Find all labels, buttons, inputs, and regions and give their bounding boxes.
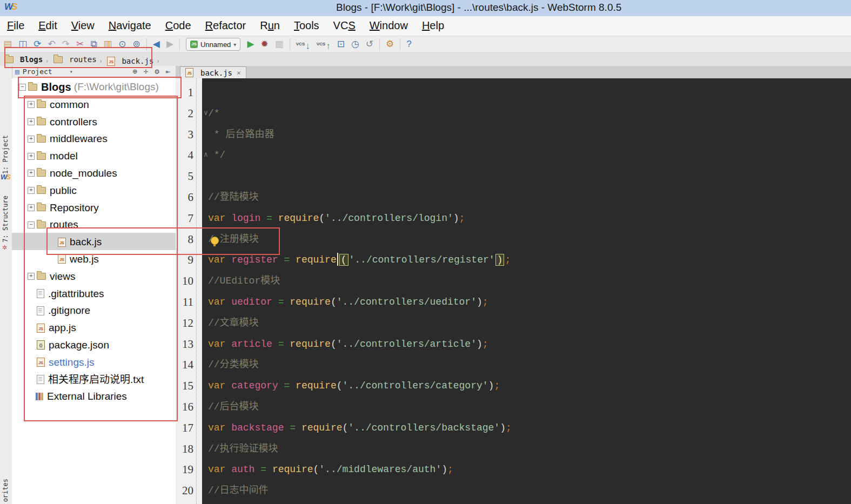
tree-item-middlewares[interactable]: +middlewares — [12, 130, 176, 147]
editor-tab-back-js[interactable]: JS back.js × — [180, 66, 246, 78]
coverage-icon[interactable]: ▦ — [272, 36, 287, 52]
expand-icon[interactable]: + — [28, 153, 35, 160]
chevron-down-icon: ▾ — [233, 42, 236, 48]
help-icon[interactable]: ? — [403, 36, 414, 52]
breadcrumb-label: Blogs — [20, 53, 43, 66]
debug-icon[interactable]: ✹ — [257, 36, 271, 52]
tab-close-icon[interactable]: × — [237, 69, 241, 77]
tree-item-views[interactable]: +views — [12, 267, 176, 285]
undo-icon[interactable]: ↶ — [44, 36, 58, 52]
tree-item-external-libraries[interactable]: External Libraries — [12, 387, 176, 405]
breadcrumb-label: routes — [69, 53, 97, 66]
tree-item-.gitignore[interactable]: .gitignore — [12, 301, 176, 319]
breadcrumb-item-blogs[interactable]: Blogs — [0, 53, 45, 66]
tree-item-settings.js[interactable]: JSsettings.js — [12, 353, 176, 371]
tool-window-tab-favorites[interactable]: orites — [2, 479, 9, 502]
expand-icon[interactable]: + — [28, 136, 35, 143]
locate-icon[interactable]: ⊕ — [129, 67, 140, 76]
expand-icon[interactable]: + — [28, 187, 35, 194]
collapse-icon[interactable]: − — [28, 221, 35, 229]
open-folder-icon[interactable]: ▤ — [0, 36, 15, 52]
folder-icon — [37, 273, 46, 280]
tree-item-blogs[interactable]: −Blogs (F:\Work\git\Blogs) — [12, 78, 176, 96]
menu-item-window[interactable]: Window — [363, 16, 415, 35]
toolbar-separator — [290, 38, 290, 50]
tree-item-common[interactable]: +common — [12, 96, 176, 113]
code-area[interactable]: ∨/* * 后台路由器∧ *///登陆模块var login = require… — [202, 78, 851, 504]
tree-item-model[interactable]: +model — [12, 147, 176, 164]
line-number: 14 — [176, 354, 202, 375]
folder-icon — [53, 56, 63, 63]
tree-item-package.json[interactable]: {}package.json — [12, 336, 176, 353]
replace-icon[interactable]: ⊚ — [130, 36, 144, 52]
forward-icon[interactable]: ▶ — [163, 36, 177, 52]
code-line: /注册模块 — [208, 229, 851, 250]
code-line: //文章模块 — [208, 313, 851, 334]
tree-item-public[interactable]: +public — [12, 182, 176, 199]
menu-item-tools[interactable]: Tools — [287, 16, 326, 35]
back-icon[interactable]: ◀ — [150, 36, 163, 52]
menu-bar: FileEditViewNavigateCodeRefactorRunTools… — [0, 16, 851, 36]
line-number: 17 — [176, 418, 202, 439]
menu-item-run[interactable]: Run — [253, 16, 287, 35]
menu-item-navigate[interactable]: Navigate — [102, 16, 158, 35]
tree-item-web.js[interactable]: JSweb.js — [12, 250, 176, 267]
menu-item-refactor[interactable]: Refactor — [198, 16, 253, 35]
tree-item-repository[interactable]: +Repository — [12, 199, 176, 216]
menu-item-view[interactable]: View — [64, 16, 102, 35]
line-number: 6 — [176, 187, 202, 208]
fold-marker-icon[interactable]: ∧ — [204, 145, 208, 166]
tree-item-back.js[interactable]: JSback.js — [12, 233, 176, 250]
vcs-update-icon[interactable]: VCS↓ — [293, 36, 313, 54]
line-number: 18 — [176, 439, 202, 460]
history-icon[interactable]: ◷ — [348, 36, 363, 52]
run-icon[interactable]: ▶ — [244, 36, 257, 52]
project-panel-title[interactable]: ▤ Project ▾ — [15, 68, 73, 76]
fold-marker-icon[interactable]: ∨ — [204, 103, 208, 124]
vcs-commit-icon[interactable]: VCS↑ — [313, 36, 334, 54]
run-configuration-select[interactable]: JSUnnamed▾ — [186, 38, 240, 51]
expand-icon[interactable]: + — [28, 204, 35, 211]
save-all-icon[interactable]: ◫ — [15, 36, 30, 52]
expand-icon[interactable]: + — [28, 170, 35, 177]
tree-item-.gitattributes[interactable]: .gitattributes — [12, 285, 176, 302]
menu-item-file[interactable]: File — [0, 16, 31, 35]
tree-item-app.js[interactable]: JSapp.js — [12, 319, 176, 336]
line-number: 9 — [176, 250, 202, 271]
menu-item-edit[interactable]: Edit — [31, 16, 64, 35]
breadcrumb-item-routes[interactable]: routes — [49, 53, 99, 66]
expand-icon[interactable]: + — [28, 101, 35, 108]
toolbar-separator — [179, 38, 180, 50]
copy-icon[interactable]: ⧉ — [87, 36, 100, 52]
tool-window-tab-structure[interactable]: 7: Structure — [2, 196, 9, 243]
collapse-icon[interactable]: − — [19, 84, 26, 91]
menu-item-vcs[interactable]: VCS — [326, 16, 363, 35]
hide-panel-icon[interactable]: ⇤ — [163, 67, 173, 76]
menu-item-code[interactable]: Code — [158, 16, 198, 35]
tool-window-tab-project[interactable]: 1: Project — [2, 135, 9, 174]
js-icon: JS — [58, 238, 66, 247]
find-icon[interactable]: ⊙ — [115, 36, 129, 52]
tree-item-node_modules[interactable]: +node_modules — [12, 164, 176, 182]
tree-item-controllers[interactable]: +controllers — [12, 113, 176, 130]
settings-gear-icon[interactable]: ⚙ — [151, 67, 162, 76]
redo-icon[interactable]: ↷ — [59, 36, 73, 52]
menu-item-help[interactable]: Help — [415, 16, 451, 35]
lib-icon — [36, 393, 43, 400]
rollback-icon[interactable]: ↺ — [363, 36, 377, 52]
collapse-all-icon[interactable]: ÷ — [140, 67, 151, 76]
js-config-icon: JS — [190, 41, 198, 48]
line-number: 7 — [176, 208, 202, 229]
settings-wrench-icon[interactable]: ⚙ — [383, 36, 397, 52]
expand-icon[interactable]: + — [28, 273, 35, 280]
tree-item-routes[interactable]: −routes — [12, 216, 176, 233]
expand-icon[interactable]: + — [28, 118, 35, 125]
changes-icon[interactable]: ⊡ — [334, 36, 348, 52]
intention-bulb-icon[interactable] — [211, 237, 219, 245]
cut-icon[interactable]: ✂ — [73, 36, 87, 52]
js-file-icon: JS — [185, 68, 193, 77]
paste-icon[interactable]: ▥ — [100, 36, 115, 52]
sync-icon[interactable]: ⟳ — [30, 36, 44, 52]
tree-item--.txt[interactable]: 相关程序启动说明.txt — [12, 371, 176, 388]
code-line: //执行验证模块 — [208, 439, 851, 460]
